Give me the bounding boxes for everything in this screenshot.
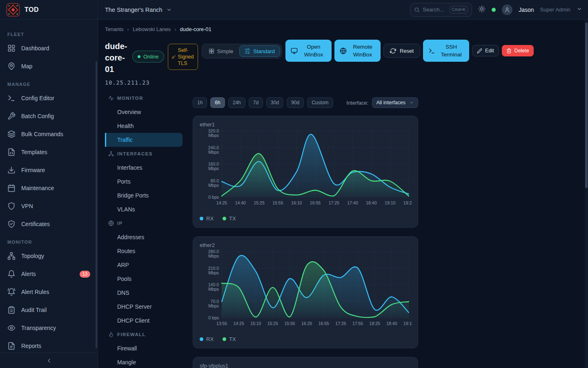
download-icon (7, 166, 16, 174)
window-scrollbar-thumb[interactable] (585, 22, 588, 188)
subnav-section-label: INTERFACES (117, 151, 153, 156)
legend-label: RX (206, 336, 214, 342)
subnav-item-traffic[interactable]: Traffic (105, 133, 183, 147)
sidebar-item-config-editor[interactable]: Config Editor (0, 89, 98, 107)
subnav-item-firewall[interactable]: Firewall (105, 341, 183, 355)
subnav-section-label: MONITOR (117, 96, 143, 101)
tx-dot-icon (223, 337, 226, 341)
shield-check-icon (7, 220, 16, 228)
tls-label: Self-Signed TLS (178, 47, 194, 67)
device-actions: Open WinBoxRemote WinBoxResetSSH Termina… (285, 40, 534, 62)
breadcrumb-tenants[interactable]: Tenants (105, 26, 124, 32)
sidebar-item-alert-rules[interactable]: Alert Rules (0, 283, 98, 301)
range-30d-button[interactable]: 30d (266, 97, 283, 108)
button-label: SSH Terminal (439, 43, 464, 58)
sun-icon (478, 5, 486, 13)
sidebar-item-templates[interactable]: Templates (0, 143, 98, 161)
subnav-section-ip: IP (105, 216, 183, 230)
sidebar-item-certificates[interactable]: Certificates (0, 215, 98, 233)
flame-icon (108, 332, 114, 337)
legend-item-tx: TX (223, 336, 236, 342)
subnav-item-dhcp-server[interactable]: DHCP Server (105, 300, 183, 314)
reset-button[interactable]: Reset (383, 44, 420, 58)
remote-winbox-button[interactable]: Remote WinBox (334, 40, 381, 62)
subnav-item-pools[interactable]: Pools (105, 272, 183, 286)
sidebar-item-label: Map (21, 63, 32, 70)
mode-simple-button[interactable]: Simple (203, 45, 239, 57)
user-icon (504, 7, 510, 13)
tenant-selector[interactable]: The Stranger's Ranch (105, 7, 172, 13)
subnav-item-interfaces[interactable]: Interfaces (105, 161, 183, 175)
user-menu-button[interactable] (577, 6, 582, 13)
sidebar-item-topology[interactable]: Topology (0, 247, 98, 265)
subnav-item-addresses[interactable]: Addresses (105, 230, 183, 244)
sidebar-section-label: MONITOR (0, 240, 98, 245)
subnav-item-dhcp-client[interactable]: DHCP Client (105, 314, 183, 328)
subnav-item-vlans[interactable]: VLANs (105, 202, 183, 216)
subnav-item-bridge-ports[interactable]: Bridge Ports (105, 188, 183, 202)
sidebar-item-label: Config Editor (21, 95, 54, 101)
subnav-item-health[interactable]: Health (105, 119, 183, 133)
map-pin-icon (7, 62, 16, 70)
topology-icon (7, 252, 16, 260)
search-input[interactable] (423, 7, 446, 13)
sidebar-item-audit-trail[interactable]: Audit Trail (0, 301, 98, 319)
sidebar-item-transparency[interactable]: Transparency (0, 319, 98, 337)
sidebar-item-batch-config[interactable]: Batch Config (0, 107, 98, 125)
ssh-terminal-button[interactable]: SSH Terminal (423, 40, 469, 62)
window-scrollbar-track (585, 20, 588, 368)
theme-toggle-button[interactable] (478, 5, 486, 14)
svg-text:17:25: 17:25 (335, 321, 346, 326)
range-24h-button[interactable]: 24h (228, 97, 245, 108)
svg-text:19:10: 19:10 (403, 321, 412, 326)
sidebar-item-firmware[interactable]: Firmware (0, 161, 98, 179)
subnav-item-mangle[interactable]: Mangle (105, 355, 183, 368)
share-nodes-icon (108, 151, 114, 157)
subnav-item-ports[interactable]: Ports (105, 175, 183, 188)
range-7d-button[interactable]: 7d (249, 97, 263, 108)
subnav-item-dns[interactable]: DNS (105, 286, 183, 300)
sidebar-item-dashboard[interactable]: Dashboard (0, 39, 98, 57)
button-label: Edit (485, 48, 494, 54)
edit-button[interactable]: Edit (472, 45, 499, 56)
brand-name: TOD (24, 6, 39, 13)
layers-icon (7, 130, 16, 138)
range-90d-button[interactable]: 90d (287, 97, 304, 108)
sidebar-item-maintenance[interactable]: Maintenance (0, 179, 98, 197)
delete-button[interactable]: Delete (502, 45, 534, 56)
mode-standard-button[interactable]: Standard (239, 45, 280, 57)
search-shortcut: Cmd+K (450, 6, 468, 13)
sidebar-item-map[interactable]: Map (0, 57, 98, 75)
subnav-item-arp[interactable]: ARP (105, 258, 183, 272)
sidebar-item-vpn[interactable]: VPN (0, 197, 98, 215)
chart-title: ether1 (200, 121, 411, 128)
svg-text:19:25: 19:25 (403, 200, 412, 205)
breadcrumb-tenant[interactable]: Lebowski Lanes (133, 26, 171, 32)
sidebar-item-bulk-commands[interactable]: Bulk Commands (0, 125, 98, 143)
range-6h-button[interactable]: 6h (210, 97, 225, 108)
subnav-item-overview[interactable]: Overview (105, 105, 183, 119)
sidebar-item-alerts[interactable]: Alerts13 (0, 265, 98, 283)
charts-list: ether1320.0Mbps240.0Mbps160.0Mbps80.0Mbp… (193, 116, 418, 368)
sidebar-scrollbar[interactable] (96, 61, 97, 348)
shield-icon (7, 202, 16, 210)
open-winbox-button[interactable]: Open WinBox (285, 40, 332, 62)
legend-item-tx: TX (223, 215, 236, 222)
svg-text:19:10: 19:10 (385, 200, 395, 205)
sidebar: TOD FLEETDashboardMapMANAGEConfig Editor… (0, 0, 98, 368)
sidebar-collapse-button[interactable] (0, 352, 98, 368)
search-box[interactable]: Cmd+K (410, 3, 472, 17)
svg-text:14:25: 14:25 (233, 321, 244, 326)
sliders-icon (245, 48, 250, 54)
range-1h-button[interactable]: 1h (193, 97, 207, 108)
range-custom-button[interactable]: Custom (307, 97, 333, 108)
device-header: dude-core-01 10.25.211.23 Online Self-Si… (105, 40, 588, 86)
subnav-item-routes[interactable]: Routes (105, 244, 183, 258)
avatar[interactable] (502, 4, 512, 15)
sidebar-item-reports[interactable]: Reports (0, 337, 98, 352)
svg-text:0 bps: 0 bps (208, 195, 219, 200)
sidebar-item-label: Reports (21, 343, 41, 349)
interface-select[interactable]: All interfaces (372, 97, 418, 108)
svg-text:16:55: 16:55 (310, 200, 321, 205)
time-range-group: 1h6h24h7d30d90dCustom (193, 97, 336, 108)
